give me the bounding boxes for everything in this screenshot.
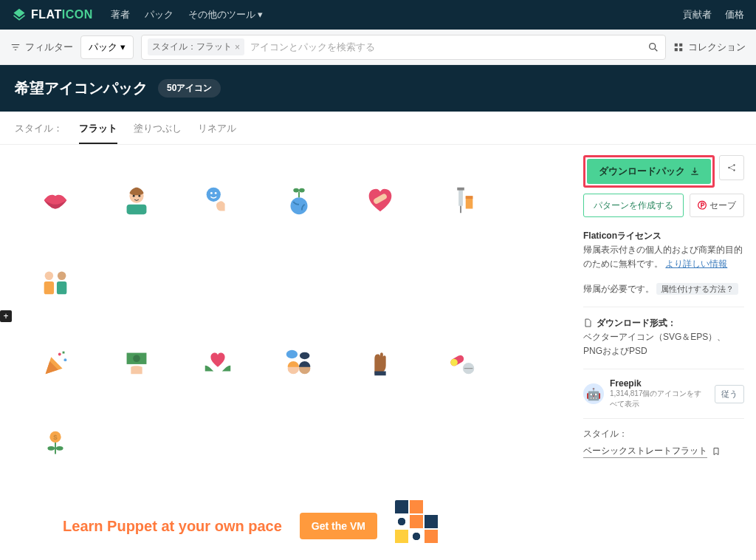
- page-title: 希望アイコンパック: [15, 78, 148, 98]
- svg-rect-5: [127, 205, 147, 214]
- icon-heart-bandage[interactable]: [340, 160, 421, 241]
- icon-confetti[interactable]: [15, 322, 96, 403]
- create-pattern-button[interactable]: パターンを作成する: [583, 194, 684, 217]
- icon-faces-speech[interactable]: [258, 322, 340, 403]
- attribution-how-link[interactable]: 属性付けする方法？: [656, 283, 738, 295]
- svg-point-13: [293, 188, 299, 193]
- svg-point-30: [286, 350, 298, 359]
- author-icon-count[interactable]: 1,314,817個のアイコンをすべて表示: [610, 389, 709, 409]
- svg-point-26: [64, 358, 67, 361]
- svg-point-24: [58, 272, 66, 281]
- svg-rect-2: [679, 43, 682, 46]
- icon-sprout-globe[interactable]: [258, 160, 340, 241]
- icon-boy[interactable]: [96, 160, 177, 241]
- nav-pricing[interactable]: 価格: [725, 8, 744, 21]
- logo-icon: [12, 7, 27, 22]
- ad-graphic: [395, 500, 454, 552]
- icon-lips[interactable]: [15, 160, 96, 241]
- download-pack-button[interactable]: ダウンロードパック: [587, 159, 711, 184]
- svg-rect-3: [675, 48, 678, 51]
- search-icon[interactable]: [647, 41, 659, 53]
- style-row: スタイル： ベーシックストレートフラット: [583, 428, 744, 458]
- nav-contributors[interactable]: 貢献者: [683, 8, 712, 21]
- pinterest-save-button[interactable]: Ⓟ セーブ: [690, 194, 744, 217]
- filter-button[interactable]: フィルター: [10, 41, 73, 54]
- search-box: スタイル：フラット ×: [141, 35, 666, 60]
- icon-grid-area: $ Learn Puppet at your own pace Get the …: [0, 145, 571, 560]
- svg-point-79: [728, 167, 729, 168]
- nav-other-tools[interactable]: その他のツール ▾: [188, 8, 264, 21]
- tab-fill[interactable]: 塗りつぶし: [134, 122, 182, 144]
- icon-fist-raised[interactable]: [340, 322, 421, 403]
- ad-banner[interactable]: Learn Puppet at your own pace Get the VM: [15, 489, 502, 560]
- icon-cash-hand[interactable]: [96, 322, 177, 403]
- logo[interactable]: FLATICON: [12, 7, 93, 22]
- svg-point-31: [300, 352, 309, 360]
- close-icon[interactable]: ×: [235, 42, 240, 52]
- style-tabs: スタイル： フラット 塗りつぶし リネアル: [0, 112, 756, 145]
- svg-point-81: [733, 169, 735, 171]
- svg-point-8: [138, 195, 140, 197]
- author-row: 🤖 Freepik 1,314,817個のアイコンをすべて表示 従う: [583, 378, 744, 409]
- svg-point-25: [58, 353, 61, 356]
- tabs-label: スタイル：: [15, 122, 63, 144]
- share-icon: [726, 163, 737, 173]
- share-button[interactable]: [719, 155, 744, 180]
- attribution-block: 帰属が必要です。 属性付けする方法？: [583, 282, 744, 296]
- icon-syringe[interactable]: [421, 160, 502, 241]
- ad-cta-button[interactable]: Get the VM: [300, 513, 377, 539]
- svg-point-7: [133, 195, 135, 197]
- tab-lineal[interactable]: リネアル: [198, 122, 236, 144]
- author-name[interactable]: Freepik: [610, 378, 709, 389]
- svg-rect-20: [466, 196, 473, 199]
- sidebar: ダウンロードパック パターンを作成する Ⓟ セーブ Flaticonライセンス …: [571, 145, 756, 560]
- chevron-down-icon: ▾: [120, 41, 126, 52]
- svg-point-12: [291, 197, 308, 214]
- license-block: Flaticonライセンス 帰属表示付きの個人的および商業的目的のために無料です…: [583, 229, 744, 272]
- icon-pills[interactable]: [421, 322, 502, 403]
- nav-links: 著者 パック その他のツール ▾: [111, 8, 264, 21]
- format-block: ダウンロード形式： ベクターアイコン（SVG＆EPS）、PNGおよびPSD: [583, 316, 744, 359]
- search-input[interactable]: [250, 41, 642, 52]
- author-avatar[interactable]: 🤖: [583, 383, 604, 404]
- icon-coin-flower[interactable]: $: [15, 403, 96, 485]
- add-floating-button[interactable]: +: [0, 310, 12, 322]
- nav-authors[interactable]: 著者: [111, 8, 130, 21]
- pinterest-icon: Ⓟ: [698, 199, 707, 212]
- svg-text:$: $: [53, 433, 58, 441]
- svg-rect-23: [57, 281, 66, 294]
- svg-point-14: [299, 188, 305, 193]
- collection-button[interactable]: コレクション: [673, 41, 746, 54]
- svg-point-29: [133, 355, 140, 362]
- icon-emoji-wave[interactable]: [177, 160, 258, 241]
- more-info-link[interactable]: より詳しい情報: [665, 259, 727, 269]
- svg-rect-4: [679, 48, 682, 51]
- style-link[interactable]: ベーシックストレートフラット: [583, 445, 707, 458]
- svg-rect-17: [460, 206, 461, 214]
- svg-rect-18: [457, 188, 464, 191]
- bookmark-icon[interactable]: [712, 447, 721, 456]
- title-bar: 希望アイコンパック 50アイコン: [0, 65, 756, 112]
- grid-icon: [673, 42, 684, 52]
- svg-rect-16: [458, 189, 463, 206]
- svg-rect-21: [44, 281, 54, 294]
- svg-rect-27: [63, 352, 65, 354]
- search-chip-style[interactable]: スタイル：フラット ×: [148, 38, 244, 55]
- svg-point-22: [45, 272, 54, 281]
- top-nav: FLATICON 著者 パック その他のツール ▾ 貢献者 価格: [0, 0, 756, 30]
- svg-rect-1: [675, 43, 678, 46]
- pack-dropdown[interactable]: パック ▾: [80, 35, 134, 59]
- tab-flat[interactable]: フラット: [79, 122, 117, 144]
- nav-packs[interactable]: パック: [145, 8, 173, 21]
- svg-point-9: [207, 188, 221, 202]
- svg-rect-34: [374, 372, 385, 376]
- download-icon: [690, 166, 700, 177]
- icon-count-badge: 50アイコン: [158, 79, 221, 98]
- icon-couple[interactable]: [15, 241, 96, 322]
- ad-headline: Learn Puppet at your own pace: [63, 518, 282, 535]
- svg-point-10: [210, 192, 213, 194]
- icon-hands-heart[interactable]: [177, 322, 258, 403]
- follow-button[interactable]: 従う: [715, 385, 744, 403]
- filter-icon: [10, 42, 21, 52]
- search-row: フィルター パック ▾ スタイル：フラット × コレクション: [0, 30, 756, 65]
